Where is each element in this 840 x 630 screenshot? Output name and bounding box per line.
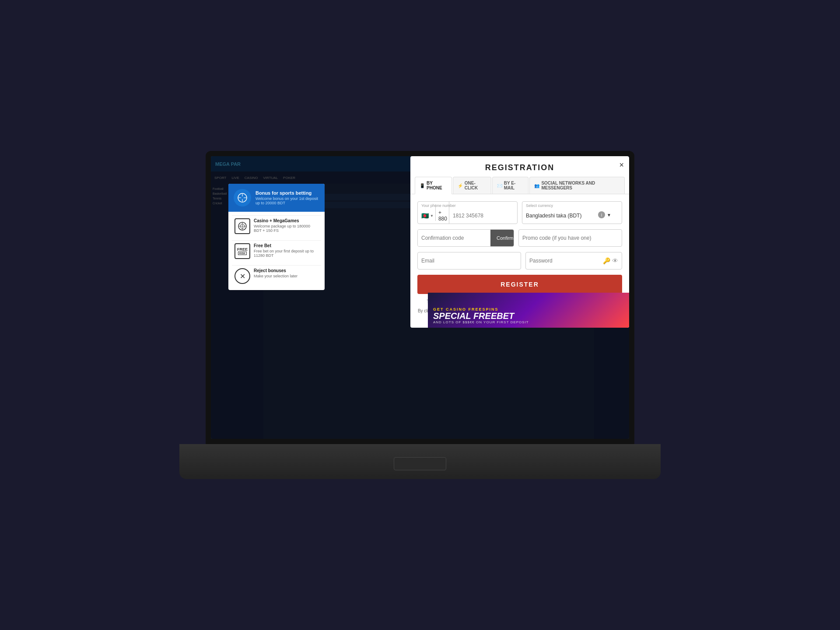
casino-banner-content: GET CASINO FREESPINS SPECIAL FREEBET AND… xyxy=(433,307,529,324)
casino-banner: GET CASINO FREESPINS SPECIAL FREEBET AND… xyxy=(428,293,629,328)
modal-title: REGISTRATION xyxy=(410,156,629,177)
email-tab-icon: ✉️ xyxy=(497,183,502,188)
social-tab-icon: 👥 xyxy=(534,183,539,188)
currency-label: Select currency xyxy=(526,203,553,208)
password-strength-icon: 🔑 xyxy=(603,257,610,264)
phone-tab-label: BY PHONE xyxy=(427,181,447,190)
currency-info: i ▼ xyxy=(598,207,622,218)
laptop-keyboard xyxy=(179,444,661,479)
email-password-row: 🔑 👁 xyxy=(417,252,622,270)
promo-code-input[interactable] xyxy=(518,229,622,247)
flag-chevron: ▼ xyxy=(430,214,434,218)
password-visibility-icon[interactable]: 👁 xyxy=(612,257,618,264)
phone-number-input[interactable] xyxy=(449,205,518,220)
modal-close-button[interactable]: × xyxy=(619,161,624,170)
modal-overlay: × REGISTRATION 📱 BY PHONE ⚡ ONE-CLICK ✉️ xyxy=(211,156,629,439)
tab-by-email[interactable]: ✉️ BY E-MAIL xyxy=(492,177,529,194)
password-group: 🔑 👁 xyxy=(525,252,622,270)
confirm-button[interactable]: Confirm xyxy=(490,230,514,246)
one-click-tab-icon: ⚡ xyxy=(458,183,463,188)
register-button[interactable]: REGISTER xyxy=(417,275,622,294)
confirmation-code-input[interactable] xyxy=(418,230,490,246)
confirmation-group: Confirm xyxy=(417,229,514,247)
flag-emoji: 🇧🇩 xyxy=(421,212,429,219)
phone-tab-icon: 📱 xyxy=(420,183,425,188)
phone-label: Your phone number xyxy=(421,203,456,208)
tab-by-phone[interactable]: 📱 BY PHONE xyxy=(415,177,452,194)
tab-one-click[interactable]: ⚡ ONE-CLICK xyxy=(453,177,491,194)
casino-special-text: SPECIAL FREEBET xyxy=(433,312,529,320)
currency-info-icon[interactable]: i xyxy=(598,211,605,218)
email-tab-label: BY E-MAIL xyxy=(504,181,524,190)
social-tab-label: SOCIAL NETWORKS AND MESSENGERS xyxy=(541,181,620,190)
phone-currency-row: Your phone number 🇧🇩 ▼ + 880 Send SMS xyxy=(417,201,622,224)
password-input[interactable] xyxy=(526,252,603,269)
tab-social[interactable]: 👥 SOCIAL NETWORKS AND MESSENGERS xyxy=(529,177,625,194)
modal-tabs: 📱 BY PHONE ⚡ ONE-CLICK ✉️ BY E-MAIL � xyxy=(410,177,629,194)
email-input[interactable] xyxy=(417,252,521,270)
one-click-tab-label: ONE-CLICK xyxy=(465,181,486,190)
confirmation-promo-row: Confirm xyxy=(417,229,622,247)
phone-group: Your phone number 🇧🇩 ▼ + 880 Send SMS xyxy=(417,201,518,224)
casino-sub-text: AND LOTS OF $$$€€ ON YOUR FIRST DEPOSIT xyxy=(433,320,529,324)
password-icons: 🔑 👁 xyxy=(603,257,622,264)
registration-modal: × REGISTRATION 📱 BY PHONE ⚡ ONE-CLICK ✉️ xyxy=(410,156,629,328)
currency-dropdown-arrow: ▼ xyxy=(607,213,611,217)
laptop-trackpad[interactable] xyxy=(394,457,446,470)
laptop-screen: MEGA PAR SPORT LIVE CASINO VIRTUAL POKER xyxy=(206,151,634,444)
currency-group: Select currency Bangladeshi taka (BDT) i… xyxy=(522,201,622,224)
